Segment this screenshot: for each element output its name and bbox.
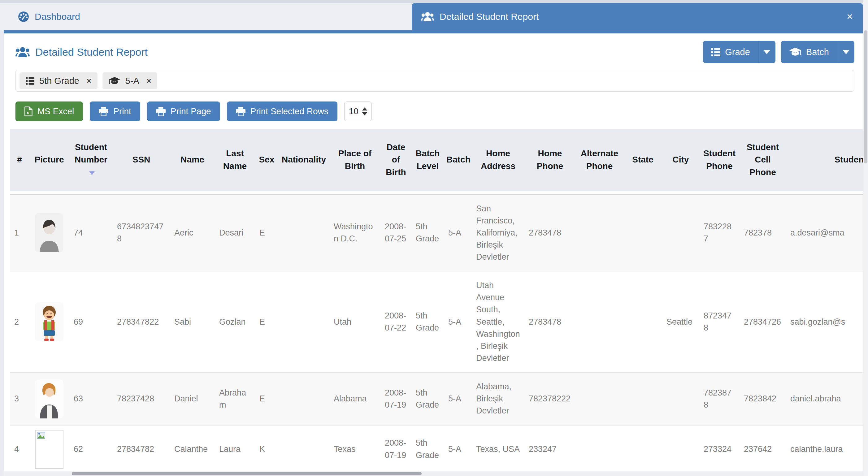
cell-city: Seattle (662, 272, 699, 373)
table-row[interactable]: 36378237428DanielAbrahamEAlabama2008-07-… (10, 373, 863, 425)
horizontal-scrollbar[interactable] (4, 471, 863, 476)
cell-student-phone: 7832287 (699, 194, 740, 272)
cell-home-phone: 2783478 (524, 272, 576, 373)
cell-batch-level: 5th Grade (411, 425, 444, 473)
cell-alternate-phone (576, 373, 623, 425)
cell-home-phone: 782378222 (524, 373, 576, 425)
column-header-city[interactable]: City (662, 129, 699, 191)
column-header-last-name[interactable]: Last Name (215, 129, 255, 191)
header-buttons: Grade Batch (703, 41, 855, 63)
column-header-picture[interactable]: Picture (29, 129, 69, 191)
cell-ssn: 67348237478 (113, 194, 170, 272)
cell-sex: E (255, 272, 278, 373)
column-header-sex[interactable]: Sex (255, 129, 278, 191)
cell-alternate-phone (576, 194, 623, 272)
column-header-alternate-phone[interactable]: Alternate Phone (576, 129, 623, 191)
cell-home-phone: 233247 (524, 425, 576, 473)
batch-button[interactable]: Batch (781, 41, 837, 63)
column-header-date-of-birth[interactable]: Date of Birth (380, 129, 411, 191)
dashboard-icon (18, 11, 29, 22)
report-panel: Detailed Student Report Grade (4, 33, 863, 476)
column-header-student-number[interactable]: Student Number (69, 129, 113, 191)
broken-image-icon (35, 430, 63, 469)
print-selected-rows-label: Print Selected Rows (250, 106, 329, 116)
actions-toolbar: x MS Excel Print Print Page Print Select… (16, 101, 855, 121)
column-header-name[interactable]: Name (170, 129, 215, 191)
ms-excel-label: MS Excel (37, 106, 74, 116)
print-selected-rows-button[interactable]: Print Selected Rows (227, 101, 337, 121)
column-header-home-address[interactable]: Home Address (472, 129, 524, 191)
ms-excel-button[interactable]: x MS Excel (16, 101, 83, 121)
column-header-num[interactable]: # (10, 129, 29, 191)
list-icon (711, 48, 720, 56)
column-header-student-phone[interactable]: Student Phone (699, 129, 740, 191)
grade-button[interactable]: Grade (703, 41, 758, 63)
column-header-ssn[interactable]: SSN (113, 129, 170, 191)
cell-batch: 5-A (444, 425, 472, 473)
cell-date-of-birth: 2008-07-19 (380, 373, 411, 425)
cell-state (623, 194, 662, 272)
grade-dropdown-toggle[interactable] (758, 41, 775, 63)
tab-detailed-student-report[interactable]: Detailed Student Report ✕ (412, 3, 863, 30)
cell-picture (29, 373, 69, 425)
chevron-down-icon (843, 50, 849, 54)
cell-sex: E (255, 373, 278, 425)
cell-home-phone: 2783478 (524, 194, 576, 272)
batch-dropdown-toggle[interactable] (837, 41, 855, 63)
horizontal-scrollbar-thumb[interactable] (72, 472, 422, 475)
student-table-wrap: #PictureStudent NumberSSNNameLast NameSe… (10, 129, 863, 476)
cell-nationality (278, 425, 329, 473)
cell-city (662, 425, 699, 473)
cell-ssn: 27834782 (113, 425, 170, 473)
cell-place-of-birth: Washington D.C. (329, 194, 380, 272)
tab-dashboard-label: Dashboard (35, 11, 80, 22)
cell-batch-level: 5th Grade (411, 373, 444, 425)
cell-place-of-birth: Utah (329, 272, 380, 373)
cell-sex: K (255, 425, 278, 473)
column-header-student-cell-phone[interactable]: Student Cell Phone (740, 129, 786, 191)
cell-last-name: Abraham (215, 373, 255, 425)
filter-chip-label: 5th Grade (39, 76, 79, 86)
filter-input[interactable]: 5th Grade×5-A× (16, 70, 855, 92)
page-size-value: 10 (349, 106, 359, 116)
table-row[interactable]: 269278347822SabiGozlanEUtah2008-07-225th… (10, 272, 863, 373)
column-header-batch[interactable]: Batch (444, 129, 472, 191)
print-button[interactable]: Print (90, 101, 140, 121)
printer-icon (236, 107, 246, 116)
cell-name: Calanthe (170, 425, 215, 473)
cell-state (623, 373, 662, 425)
cell-last-name: Gozlan (215, 272, 255, 373)
cell-sex: E (255, 194, 278, 272)
cell-batch-level: 5th Grade (411, 194, 444, 272)
filter-chip-label: 5-A (125, 76, 139, 86)
header-gap-row (10, 191, 863, 194)
cell-num: 1 (10, 194, 29, 272)
filter-chip-remove-icon[interactable]: × (147, 76, 151, 86)
column-header-state[interactable]: State (623, 129, 662, 191)
tab-dashboard[interactable]: Dashboard (4, 3, 412, 30)
graduation-cap-icon (108, 77, 120, 85)
printer-icon (99, 107, 108, 116)
student-photo (35, 303, 63, 341)
cell-state (623, 272, 662, 373)
column-header-batch-level[interactable]: Batch Level (411, 129, 444, 191)
grade-button-label: Grade (725, 47, 750, 57)
column-header-nationality[interactable]: Nationality (278, 129, 329, 191)
table-row[interactable]: 46227834782CalantheLauraKTexas2008-07-19… (10, 425, 863, 473)
tab-close-icon[interactable]: ✕ (846, 12, 853, 22)
cell-ssn: 78237428 (113, 373, 170, 425)
page-size-spinner[interactable]: 10 (344, 101, 372, 121)
vertical-scrollbar-thumb[interactable] (864, 30, 867, 163)
column-header-home-phone[interactable]: Home Phone (524, 129, 576, 191)
vertical-scrollbar[interactable] (863, 0, 868, 476)
cell-place-of-birth: Alabama (329, 373, 380, 425)
column-header-place-of-birth[interactable]: Place of Birth (329, 129, 380, 191)
page-title-label: Detailed Student Report (35, 46, 148, 58)
print-page-button[interactable]: Print Page (147, 101, 220, 121)
cell-student-phone: 273324 (699, 425, 740, 473)
filter-chip-remove-icon[interactable]: × (87, 76, 91, 86)
cell-nationality (278, 194, 329, 272)
column-header-student-email[interactable]: Student Email (786, 129, 863, 191)
table-row[interactable]: 17467348237478AericDesariEWashington D.C… (10, 194, 863, 272)
page-header: Detailed Student Report Grade (4, 33, 863, 68)
